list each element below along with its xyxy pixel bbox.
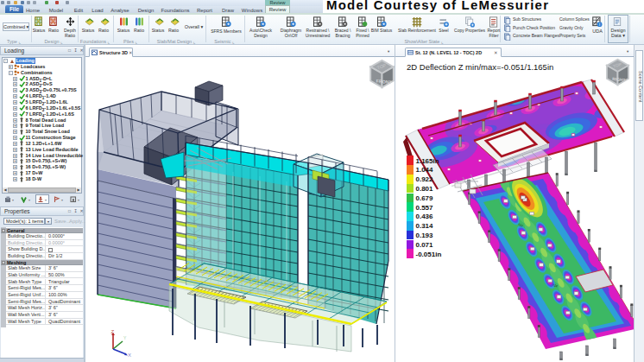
svg-text:Z: Z	[111, 329, 115, 334]
svg-text:Y: Y	[123, 335, 127, 340]
svg-text:X: X	[128, 352, 131, 358]
svg-text:i: i	[599, 22, 600, 27]
